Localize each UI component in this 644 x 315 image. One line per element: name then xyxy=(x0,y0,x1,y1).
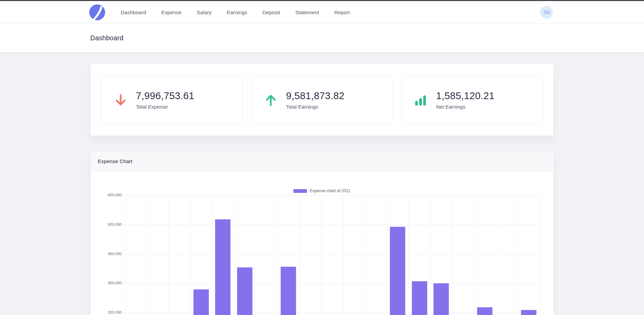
expense-bar[interactable] xyxy=(521,310,536,315)
expense-bar[interactable] xyxy=(215,219,231,315)
x-gridline xyxy=(408,195,409,315)
expense-bar[interactable] xyxy=(477,307,493,315)
stat-card-total-expense: 7,996,753.61 Total Expense xyxy=(101,76,243,123)
net-earnings-value: 1,585,120.21 xyxy=(436,90,495,102)
x-gridline xyxy=(256,195,256,315)
page-title: Dashboard xyxy=(90,34,123,42)
x-gridline xyxy=(212,195,212,315)
nav-item-deposit[interactable]: Deposit xyxy=(263,9,280,15)
x-gridline xyxy=(365,195,365,315)
x-gridline xyxy=(190,195,190,315)
net-earnings-bars-icon xyxy=(414,93,428,107)
total-expense-label: Total Expense xyxy=(136,104,194,110)
expense-chart-title: Expense Chart xyxy=(98,158,133,164)
expense-bar[interactable] xyxy=(237,267,253,315)
earnings-up-arrow-icon xyxy=(264,93,278,107)
main-content: 7,996,753.61 Total Expense 9,581,873.82 … xyxy=(0,52,644,315)
y-axis-tick-label: 600,000 xyxy=(91,193,122,197)
x-gridline xyxy=(496,195,496,315)
expense-chart-card: Expense Chart Expense chart of 2021 600,… xyxy=(91,152,553,315)
net-earnings-label: Net Earnings xyxy=(436,104,495,110)
stats-summary-card: 7,996,753.61 Total Expense 9,581,873.82 … xyxy=(91,64,553,136)
user-avatar[interactable]: TD xyxy=(540,6,553,19)
expense-bar[interactable] xyxy=(390,227,405,315)
y-axis-tick-label: 500,000 xyxy=(91,222,122,226)
y-gridline xyxy=(122,283,540,284)
total-earnings-label: Total Earnings xyxy=(286,104,344,110)
x-gridline xyxy=(343,195,343,315)
y-axis-tick-label: 200,000 xyxy=(91,310,122,314)
x-gridline xyxy=(518,195,518,315)
nav-menu: DashboardExpenseSalaryEarningsDepositSta… xyxy=(121,9,350,15)
total-expense-value: 7,996,753.61 xyxy=(136,90,194,102)
nav-item-expense[interactable]: Expense xyxy=(161,9,182,15)
total-earnings-value: 9,581,873.82 xyxy=(286,90,344,102)
x-gridline xyxy=(430,195,431,315)
x-gridline xyxy=(125,195,125,315)
top-navbar: DashboardExpenseSalaryEarningsDepositSta… xyxy=(0,1,644,24)
nav-item-statement[interactable]: Statement xyxy=(295,9,319,15)
expense-bar[interactable] xyxy=(281,267,296,315)
expense-chart-canvas[interactable]: Expense chart of 2021 600,000500,000400,… xyxy=(91,171,553,315)
expense-down-arrow-icon xyxy=(114,93,127,107)
x-gridline xyxy=(168,195,169,315)
nav-item-report[interactable]: Report xyxy=(334,9,350,15)
nav-item-dashboard[interactable]: Dashboard xyxy=(121,9,146,15)
nav-item-earnings[interactable]: Earnings xyxy=(227,9,247,15)
expense-bar[interactable] xyxy=(433,283,449,315)
y-axis-tick-label: 300,000 xyxy=(91,281,122,285)
stat-card-total-earnings: 9,581,873.82 Total Earnings xyxy=(251,76,393,123)
x-gridline xyxy=(278,195,278,315)
expense-bar[interactable] xyxy=(412,281,427,315)
x-gridline xyxy=(321,195,321,315)
x-gridline xyxy=(540,195,540,315)
nav-item-salary[interactable]: Salary xyxy=(197,9,212,15)
y-gridline xyxy=(122,195,540,196)
x-gridline xyxy=(474,195,474,315)
expense-bar[interactable] xyxy=(193,289,209,315)
x-gridline xyxy=(299,195,300,315)
x-gridline xyxy=(234,195,234,315)
stat-card-net-earnings: 1,585,120.21 Net Earnings xyxy=(401,76,543,123)
page-title-bar: Dashboard xyxy=(0,24,644,52)
y-gridline xyxy=(122,254,540,254)
brand-logo-icon[interactable] xyxy=(89,4,105,20)
expense-chart-plot: 600,000500,000400,000300,000200,000 xyxy=(91,171,553,315)
expense-chart-header: Expense Chart xyxy=(91,152,553,171)
y-axis-tick-label: 400,000 xyxy=(91,252,122,256)
y-gridline xyxy=(122,225,540,225)
x-gridline xyxy=(452,195,453,315)
x-gridline xyxy=(146,195,147,315)
x-gridline xyxy=(387,195,387,315)
